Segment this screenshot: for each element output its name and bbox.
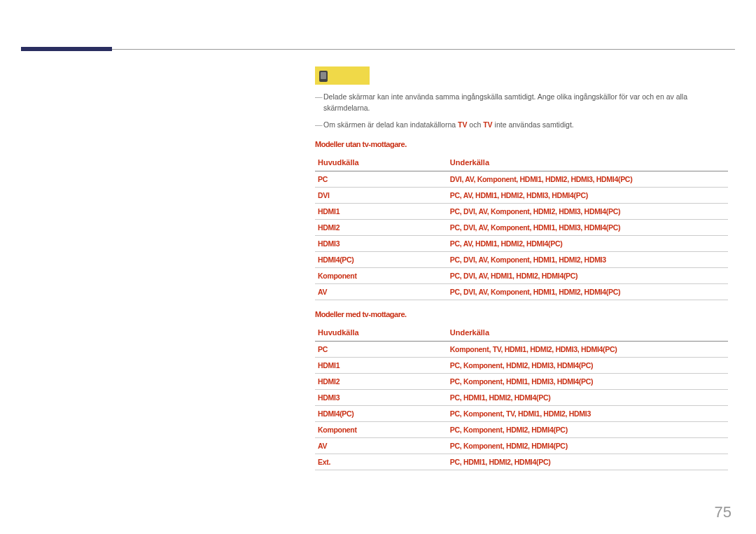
table-row: HDMI4(PC)PC, Komponent, TV, HDMI1, HDMI2… (315, 406, 728, 422)
device-icon (319, 71, 328, 82)
page-number: 75 (715, 503, 732, 521)
note2-suffix: inte användas samtidigt. (493, 120, 574, 129)
header-accent-bar (21, 47, 112, 51)
table-row: DVIPC, AV, HDMI1, HDMI2, HDMI3, HDMI4(PC… (315, 188, 728, 204)
table-row: HDMI1PC, Komponent, HDMI2, HDMI3, HDMI4(… (315, 358, 728, 374)
note2-prefix: Om skärmen är delad kan indatakällorna (323, 120, 458, 129)
table2-header-0: Huvudkälla (315, 324, 447, 342)
section1-title: Modeller utan tv-mottagare. (315, 140, 728, 148)
table1-cell: Komponent (315, 268, 447, 284)
table2-cell: PC, Komponent, TV, HDMI1, HDMI2, HDMI3 (447, 406, 728, 422)
table1-cell: PC, DVI, AV, HDMI1, HDMI2, HDMI4(PC) (447, 268, 728, 284)
table2-cell: PC, Komponent, HDMI2, HDMI4(PC) (447, 438, 728, 454)
table2-cell: HDMI4(PC) (315, 406, 447, 422)
table2-cell: PC, HDMI1, HDMI2, HDMI4(PC) (447, 454, 728, 470)
table-row: PCKomponent, TV, HDMI1, HDMI2, HDMI3, HD… (315, 342, 728, 358)
note-text-1: Delade skärmar kan inte använda samma in… (315, 92, 728, 114)
table1-cell: HDMI3 (315, 236, 447, 252)
table-row: AVPC, Komponent, HDMI2, HDMI4(PC) (315, 438, 728, 454)
table-row: HDMI1PC, DVI, AV, Komponent, HDMI2, HDMI… (315, 204, 728, 220)
table1-cell: DVI (315, 188, 447, 204)
note2-src1: TV (458, 120, 467, 129)
table1-cell: AV (315, 284, 447, 300)
table-1: Huvudkälla Underkälla PCDVI, AV, Kompone… (315, 154, 728, 300)
table1-cell: PC, AV, HDMI1, HDMI2, HDMI4(PC) (447, 236, 728, 252)
table-2: Huvudkälla Underkälla PCKomponent, TV, H… (315, 324, 728, 470)
note2-mid: och (467, 120, 483, 129)
table1-cell: PC, DVI, AV, Komponent, HDMI1, HDMI2, HD… (447, 284, 728, 300)
section2-title: Modeller med tv-mottagare. (315, 310, 728, 318)
table1-header-1: Underkälla (447, 154, 728, 171)
table-row: AVPC, DVI, AV, Komponent, HDMI1, HDMI2, … (315, 284, 728, 300)
table2-cell: HDMI2 (315, 374, 447, 390)
table1-cell: DVI, AV, Komponent, HDMI1, HDMI2, HDMI3,… (447, 171, 728, 188)
table2-cell: PC, Komponent, HDMI1, HDMI3, HDMI4(PC) (447, 374, 728, 390)
note2-src2: TV (483, 120, 492, 129)
table2-header-1: Underkälla (447, 324, 728, 342)
highlight-badge (315, 66, 370, 85)
table2-cell: Komponent (315, 422, 447, 438)
table-row: HDMI2PC, Komponent, HDMI1, HDMI3, HDMI4(… (315, 374, 728, 390)
note-text-2: Om skärmen är delad kan indatakällorna T… (315, 120, 728, 131)
table1-cell: PC, DVI, AV, Komponent, HDMI1, HDMI2, HD… (447, 252, 728, 268)
table2-cell: PC, Komponent, HDMI2, HDMI3, HDMI4(PC) (447, 358, 728, 374)
table1-cell: PC (315, 171, 447, 188)
header-divider (21, 49, 735, 50)
table1-cell: HDMI4(PC) (315, 252, 447, 268)
table1-cell: PC, DVI, AV, Komponent, HDMI2, HDMI3, HD… (447, 204, 728, 220)
table-row: HDMI2PC, DVI, AV, Komponent, HDMI1, HDMI… (315, 220, 728, 236)
table2-cell: HDMI3 (315, 390, 447, 406)
table2-cell: HDMI1 (315, 358, 447, 374)
main-content: Delade skärmar kan inte använda samma in… (315, 66, 728, 470)
table-row: HDMI3PC, AV, HDMI1, HDMI2, HDMI4(PC) (315, 236, 728, 252)
table-row: HDMI4(PC)PC, DVI, AV, Komponent, HDMI1, … (315, 252, 728, 268)
table-row: Ext.PC, HDMI1, HDMI2, HDMI4(PC) (315, 454, 728, 470)
table-row: KomponentPC, Komponent, HDMI2, HDMI4(PC) (315, 422, 728, 438)
table2-cell: PC (315, 342, 447, 358)
table2-cell: Ext. (315, 454, 447, 470)
table2-cell: PC, HDMI1, HDMI2, HDMI4(PC) (447, 390, 728, 406)
table1-cell: PC, DVI, AV, Komponent, HDMI1, HDMI3, HD… (447, 220, 728, 236)
note1-content: Delade skärmar kan inte använda samma in… (323, 92, 687, 112)
table-row: KomponentPC, DVI, AV, HDMI1, HDMI2, HDMI… (315, 268, 728, 284)
table1-cell: PC, AV, HDMI1, HDMI2, HDMI3, HDMI4(PC) (447, 188, 728, 204)
table1-cell: HDMI1 (315, 204, 447, 220)
table-row: PCDVI, AV, Komponent, HDMI1, HDMI2, HDMI… (315, 171, 728, 188)
table2-cell: PC, Komponent, HDMI2, HDMI4(PC) (447, 422, 728, 438)
table1-header-0: Huvudkälla (315, 154, 447, 171)
table1-cell: HDMI2 (315, 220, 447, 236)
table-row: HDMI3PC, HDMI1, HDMI2, HDMI4(PC) (315, 390, 728, 406)
table2-cell: AV (315, 438, 447, 454)
table2-cell: Komponent, TV, HDMI1, HDMI2, HDMI3, HDMI… (447, 342, 728, 358)
